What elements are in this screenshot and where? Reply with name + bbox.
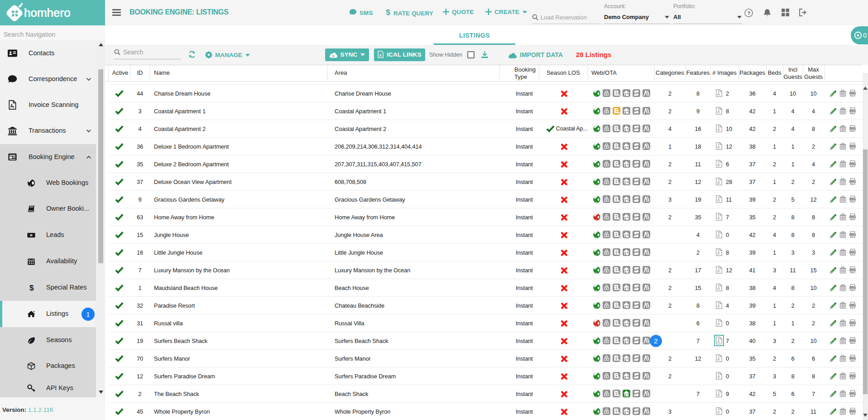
svg-text:$: $ <box>386 9 390 16</box>
svg-text:?: ? <box>747 10 750 16</box>
svg-text:x: x <box>379 53 382 58</box>
